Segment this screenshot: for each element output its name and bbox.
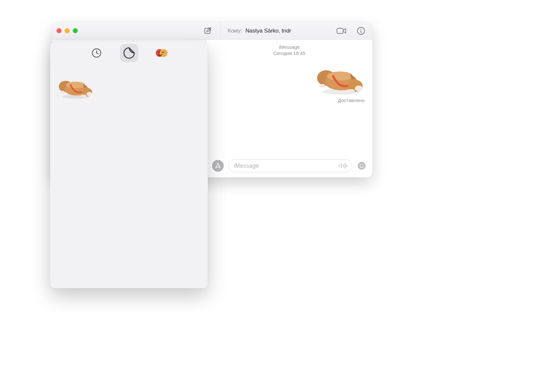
compose-new-message-button[interactable] xyxy=(201,24,214,37)
audio-message-button[interactable] xyxy=(338,163,347,169)
svg-point-11 xyxy=(319,84,325,88)
svg-point-17 xyxy=(160,49,167,57)
app-store-icon xyxy=(214,162,221,169)
delivery-status: Доставлено xyxy=(338,98,365,103)
sticker-item-corgi[interactable] xyxy=(58,74,94,99)
svg-point-12 xyxy=(358,162,366,170)
sticker-grid xyxy=(50,65,208,288)
svg-point-23 xyxy=(66,82,85,88)
svg-point-9 xyxy=(355,85,363,91)
svg-point-19 xyxy=(162,52,164,53)
video-call-icon xyxy=(336,27,347,35)
svg-point-3 xyxy=(361,29,362,30)
svg-point-18 xyxy=(158,52,160,53)
emoji-picker-icon xyxy=(357,161,366,170)
audio-waveform-icon xyxy=(338,163,347,169)
recipient-field[interactable]: Кому: Nastya Sárko, tndr xyxy=(221,25,367,36)
timestamp-label: Сегодня 18:45 xyxy=(273,50,305,56)
svg-rect-1 xyxy=(337,28,343,33)
imessage-apps-button[interactable] xyxy=(212,160,224,172)
sticker-peel-icon xyxy=(123,46,136,59)
emoji-picker-button[interactable] xyxy=(357,161,367,171)
svg-point-25 xyxy=(87,92,92,96)
compose-icon xyxy=(204,27,212,35)
sticker-drawer xyxy=(50,41,208,288)
sent-message[interactable]: Доставлено xyxy=(316,60,365,103)
message-composer xyxy=(206,159,372,177)
message-input[interactable] xyxy=(233,162,335,170)
clock-icon xyxy=(91,47,102,59)
window-minimize-button[interactable] xyxy=(65,28,70,33)
svg-point-26 xyxy=(82,95,87,98)
service-label: iMessage xyxy=(279,44,300,50)
memoji-pack-icon xyxy=(155,48,168,58)
conversation-details-button[interactable] xyxy=(355,25,367,36)
svg-rect-0 xyxy=(205,28,210,33)
to-label: Кому: xyxy=(228,28,242,34)
drawer-tab-stickers[interactable] xyxy=(120,44,138,62)
svg-point-7 xyxy=(327,72,353,81)
corgi-lying-sticker-icon xyxy=(58,73,94,100)
window-toolbar: Кому: Nastya Sárko, tndr xyxy=(52,22,372,40)
drawer-tab-recents[interactable] xyxy=(87,44,106,62)
recipient-names: Nastya Sárko, tndr xyxy=(245,28,291,34)
facetime-video-button[interactable] xyxy=(336,25,347,36)
traffic-lights xyxy=(57,28,78,33)
svg-point-14 xyxy=(362,164,364,165)
svg-point-27 xyxy=(60,91,65,94)
svg-point-10 xyxy=(348,89,355,93)
conversation-thread: iMessage Сегодня 18:45 xyxy=(206,40,372,177)
sticker-drawer-tabbar xyxy=(50,41,208,65)
svg-point-13 xyxy=(360,164,361,165)
message-input-container xyxy=(228,159,352,172)
corgi-lying-sticker xyxy=(316,60,365,96)
window-close-button[interactable] xyxy=(57,28,61,33)
drawer-tab-memoji[interactable] xyxy=(153,44,171,62)
info-icon xyxy=(356,26,366,35)
window-zoom-button[interactable] xyxy=(73,28,78,33)
